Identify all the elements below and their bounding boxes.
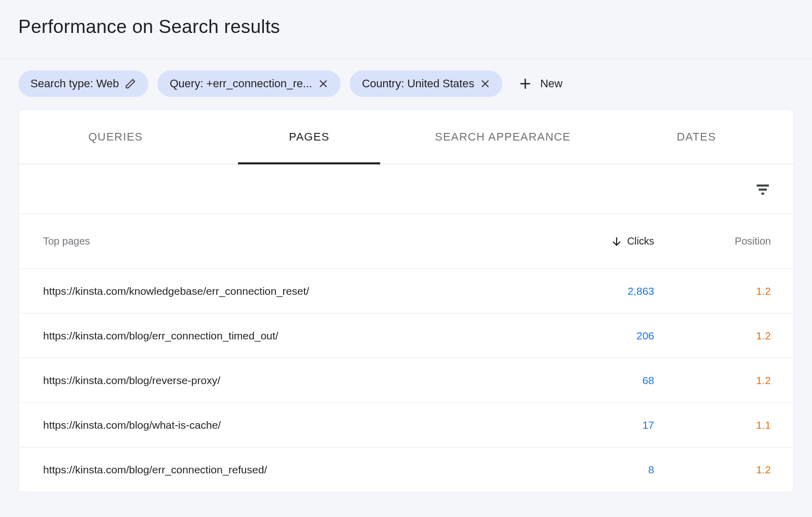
cell-url: https://kinsta.com/knowledgebase/err_con… [43,285,548,297]
cell-url: https://kinsta.com/blog/reverse-proxy/ [43,374,548,387]
add-filter-label: New [540,77,562,90]
table-row[interactable]: https://kinsta.com/knowledgebase/err_con… [19,269,793,314]
chip-country[interactable]: Country: United States [350,71,502,97]
filters-row: Search type: Web Query: +err_connection_… [18,71,794,97]
cell-position: 1.2 [756,374,771,387]
cell-url: https://kinsta.com/blog/err_connection_r… [43,464,548,476]
tab-dates[interactable]: DATES [600,110,794,164]
close-icon[interactable] [480,79,490,89]
column-pages[interactable]: Top pages [43,235,548,247]
cell-position: 1.2 [756,285,771,297]
table-row[interactable]: https://kinsta.com/blog/err_connection_t… [19,314,793,358]
svg-rect-6 [757,184,769,186]
cell-url: https://kinsta.com/blog/what-is-cache/ [43,419,548,431]
cell-position: 1.2 [756,464,771,476]
column-clicks-label: Clicks [627,235,654,247]
plus-icon [519,77,532,90]
table-row[interactable]: https://kinsta.com/blog/reverse-proxy/ 6… [19,358,793,403]
chip-query-label: Query: +err_connection_re... [170,77,312,90]
column-position[interactable]: Position [735,235,771,247]
add-filter-button[interactable]: New [512,71,569,97]
arrow-down-icon [611,236,622,247]
tab-pages[interactable]: PAGES [213,110,407,164]
table-row[interactable]: https://kinsta.com/blog/what-is-cache/ 1… [19,403,793,447]
cell-clicks: 206 [636,330,654,342]
chip-search-type[interactable]: Search type: Web [18,71,148,97]
table-toolbar [19,164,793,214]
svg-rect-8 [761,192,764,194]
filter-icon[interactable] [755,181,771,197]
results-card: QUERIES PAGES SEARCH APPEARANCE DATES To… [18,109,794,492]
cell-url: https://kinsta.com/blog/err_connection_t… [43,330,548,342]
chip-query[interactable]: Query: +err_connection_re... [157,71,341,97]
tab-queries[interactable]: QUERIES [19,110,213,164]
chip-country-label: Country: United States [362,77,474,90]
chip-search-type-label: Search type: Web [30,77,119,90]
close-icon[interactable] [318,79,328,89]
table-header: Top pages Clicks Position [19,214,793,269]
cell-position: 1.1 [756,419,771,431]
cell-clicks: 68 [642,374,654,387]
cell-clicks: 8 [648,464,654,476]
tabs: QUERIES PAGES SEARCH APPEARANCE DATES [19,110,793,164]
tab-search-appearance[interactable]: SEARCH APPEARANCE [406,110,600,164]
cell-clicks: 2,863 [627,285,654,297]
svg-rect-7 [759,188,767,190]
cell-position: 1.2 [756,330,771,342]
cell-clicks: 17 [642,419,654,431]
divider [0,59,812,59]
pencil-icon [125,78,136,89]
page-title: Performance on Search results [18,16,794,38]
column-clicks[interactable]: Clicks [611,235,654,247]
table-row[interactable]: https://kinsta.com/blog/err_connection_r… [19,447,793,492]
